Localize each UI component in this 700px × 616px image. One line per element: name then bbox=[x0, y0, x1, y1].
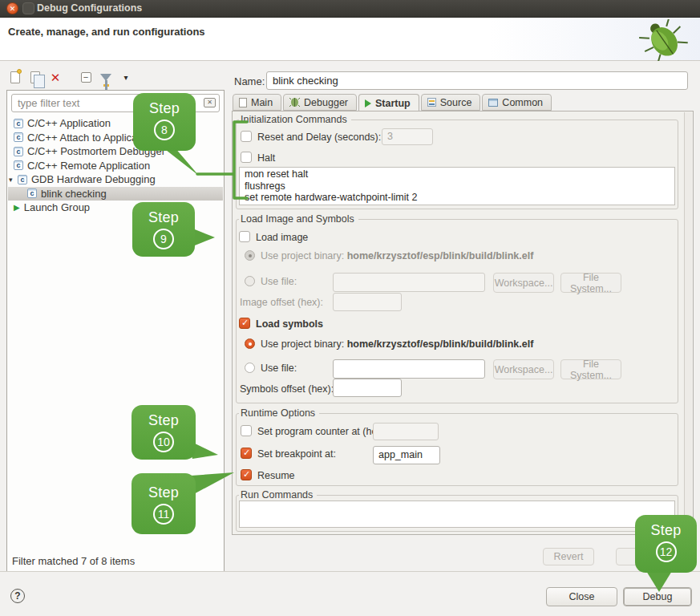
close-button[interactable]: Close bbox=[546, 587, 617, 606]
breakpoint-input[interactable]: app_main bbox=[373, 446, 440, 464]
minimize-window-icon[interactable] bbox=[22, 2, 34, 14]
dialog-subtitle: Create, manage, and run configurations bbox=[8, 26, 205, 38]
close-window-icon[interactable]: ✕ bbox=[6, 2, 18, 14]
launch-group-icon: ▶ bbox=[14, 203, 20, 212]
tree-item-label: GDB Hardware Debugging bbox=[31, 173, 156, 185]
reset-and-delay-checkbox[interactable] bbox=[241, 131, 252, 142]
help-button[interactable]: ? bbox=[10, 589, 25, 603]
tree-item-label: Launch Group bbox=[24, 201, 90, 213]
step-callout-number: 9 bbox=[153, 229, 174, 249]
set-breakpoint-checkbox[interactable] bbox=[241, 448, 252, 459]
image-use-project-binary-label: Use project binary: home/krzysztof/esp/b… bbox=[261, 250, 533, 261]
startup-tab-icon bbox=[365, 99, 371, 107]
step-callout-number: 8 bbox=[154, 120, 175, 140]
group-title: Run Commands bbox=[239, 489, 317, 500]
step-callout-number: 11 bbox=[153, 504, 174, 525]
image-offset-label: Image offset (hex): bbox=[240, 297, 323, 308]
symbols-workspace-button: Workspace... bbox=[493, 359, 554, 379]
load-symbols-checkbox[interactable] bbox=[239, 318, 250, 329]
name-input[interactable] bbox=[266, 71, 688, 90]
symbols-offset-input[interactable] bbox=[333, 379, 402, 397]
tab-label: Debugger bbox=[304, 97, 348, 108]
tab-source[interactable]: Source bbox=[421, 94, 481, 111]
tree-item-gdb-hardware-debugging[interactable]: ▾ c GDB Hardware Debugging bbox=[8, 172, 223, 187]
reset-and-delay-label: Reset and Delay (seconds): bbox=[257, 132, 381, 143]
image-binary-path: home/krzysztof/esp/blink/build/blink.elf bbox=[347, 250, 534, 261]
step-callout-label: Step bbox=[132, 484, 196, 501]
tab-label: Common bbox=[502, 97, 543, 108]
image-file-input bbox=[333, 273, 485, 292]
step-callout-label: Step bbox=[133, 100, 196, 117]
halt-checkbox[interactable] bbox=[241, 152, 252, 163]
tab-debugger[interactable]: Debugger bbox=[283, 94, 357, 111]
collapse-all-icon[interactable]: − bbox=[79, 70, 93, 84]
symbols-use-file-radio[interactable] bbox=[245, 363, 255, 373]
step-callout-label: Step bbox=[132, 209, 195, 226]
group-title: Runtime Options bbox=[239, 407, 319, 419]
configurations-toolbar: ✕ − ▾ bbox=[8, 68, 133, 86]
resume-label: Resume bbox=[257, 470, 295, 481]
tree-expander-icon[interactable]: ▾ bbox=[9, 176, 18, 184]
c-application-icon: c bbox=[14, 132, 23, 142]
program-counter-input bbox=[373, 423, 439, 440]
group-title: Load Image and Symbols bbox=[239, 213, 358, 225]
step-callout-label: Step bbox=[132, 412, 196, 429]
window-title: Debug Configurations bbox=[37, 2, 142, 14]
step-10-callout: Step 10 bbox=[132, 405, 196, 460]
toolbar-dropdown-icon[interactable]: ▾ bbox=[119, 70, 133, 84]
tab-startup[interactable]: Startup bbox=[358, 94, 419, 112]
symbols-offset-label: Symbols offset (hex): bbox=[240, 383, 334, 395]
symbols-use-file-label: Use file: bbox=[261, 363, 297, 374]
reset-delay-input: 3 bbox=[382, 128, 433, 145]
debug-configurations-window: ✕ Debug Configurations Create, manage, a… bbox=[0, 0, 700, 616]
delete-configuration-icon[interactable]: ✕ bbox=[48, 70, 63, 84]
c-application-icon: c bbox=[18, 175, 27, 184]
common-tab-icon bbox=[488, 99, 498, 107]
step-11-callout: Step 11 bbox=[132, 473, 196, 534]
run-commands-textarea[interactable] bbox=[239, 500, 675, 528]
symbols-binary-path: home/krzysztof/esp/blink/build/blink.elf bbox=[347, 338, 534, 350]
tab-common[interactable]: Common bbox=[482, 94, 552, 111]
group-title: Initialization Commands bbox=[239, 114, 351, 125]
clear-filter-icon[interactable]: ✕ bbox=[204, 98, 216, 107]
tab-label: Startup bbox=[375, 98, 411, 109]
symbols-use-project-binary-radio[interactable] bbox=[245, 338, 255, 349]
new-configuration-icon[interactable] bbox=[8, 70, 22, 84]
init-commands-textarea[interactable]: mon reset halt flushregs set remote hard… bbox=[239, 167, 675, 205]
duplicate-configuration-icon[interactable] bbox=[28, 70, 42, 84]
filter-status: Filter matched 7 of 8 items bbox=[12, 555, 135, 567]
set-program-counter-checkbox[interactable] bbox=[241, 425, 252, 436]
filter-configurations-icon[interactable] bbox=[99, 70, 113, 84]
symbols-file-input[interactable] bbox=[333, 359, 485, 379]
image-workspace-button: Workspace... bbox=[493, 273, 554, 293]
tree-item-cpp-remote[interactable]: c C/C++ Remote Application bbox=[8, 159, 223, 173]
image-offset-input bbox=[333, 293, 402, 311]
set-breakpoint-label: Set breakpoint at: bbox=[257, 448, 336, 460]
tab-main[interactable]: Main bbox=[233, 94, 281, 111]
load-image-checkbox[interactable] bbox=[239, 231, 250, 242]
tab-label: Source bbox=[440, 97, 472, 108]
load-symbols-label: Load symbols bbox=[256, 318, 323, 330]
image-file-system-button: File System... bbox=[560, 273, 621, 293]
scrollbar-track[interactable] bbox=[684, 112, 692, 533]
step-12-callout: Step 12 bbox=[635, 515, 697, 573]
c-application-icon: c bbox=[27, 188, 37, 198]
debugger-bug-icon bbox=[289, 97, 300, 107]
step-callout-label: Step bbox=[635, 522, 697, 539]
config-tabs: Main Debugger Startup Source Common bbox=[233, 94, 553, 111]
debug-bug-icon bbox=[637, 19, 690, 61]
header-banner: Create, manage, and run configurations bbox=[0, 18, 700, 61]
symbols-use-project-binary-label: Use project binary: home/krzysztof/esp/b… bbox=[261, 338, 533, 350]
step-9-callout: Step 9 bbox=[132, 202, 195, 257]
step-8-callout: Step 8 bbox=[133, 93, 196, 151]
button-bar-divider bbox=[0, 571, 700, 572]
image-use-file-label: Use file: bbox=[261, 276, 297, 287]
load-image-label: Load image bbox=[256, 232, 308, 243]
name-label: Name: bbox=[234, 75, 265, 87]
tree-item-blink-checking[interactable]: c blink checking bbox=[8, 187, 223, 201]
tab-label: Main bbox=[251, 97, 273, 108]
c-application-icon: c bbox=[14, 147, 23, 156]
resume-checkbox[interactable] bbox=[241, 469, 252, 480]
symbols-file-system-button: File System... bbox=[560, 359, 621, 379]
debug-button[interactable]: Debug bbox=[623, 587, 692, 606]
